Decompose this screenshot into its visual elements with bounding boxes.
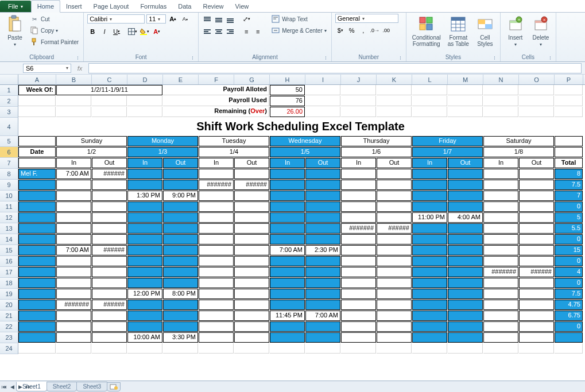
cell[interactable] xyxy=(483,245,518,255)
cell[interactable] xyxy=(163,300,198,310)
cell[interactable] xyxy=(18,180,56,190)
cell[interactable]: Out xyxy=(519,158,554,168)
row-header-19[interactable]: 19 xyxy=(0,289,18,300)
cell[interactable]: 7 xyxy=(555,191,583,201)
cell[interactable] xyxy=(199,212,234,223)
cell[interactable] xyxy=(483,201,518,212)
cell[interactable]: 1/8 xyxy=(483,147,554,157)
cell[interactable] xyxy=(234,169,269,179)
cell[interactable] xyxy=(234,267,269,277)
sheet-tab-3[interactable]: Sheet3 xyxy=(76,382,107,391)
cell[interactable] xyxy=(341,311,376,321)
cell[interactable] xyxy=(18,234,56,244)
cell[interactable] xyxy=(341,343,376,354)
cell[interactable] xyxy=(270,234,305,244)
cell[interactable] xyxy=(483,223,518,234)
cell[interactable] xyxy=(377,321,412,332)
col-header-K[interactable]: K xyxy=(377,75,412,84)
cell[interactable] xyxy=(305,300,340,310)
cell[interactable] xyxy=(483,289,518,299)
cell[interactable] xyxy=(483,278,518,288)
cell[interactable] xyxy=(341,234,376,244)
cell[interactable] xyxy=(412,245,447,255)
cell[interactable] xyxy=(163,234,198,244)
cell[interactable] xyxy=(18,332,56,343)
cell[interactable]: 6.75 xyxy=(555,311,583,321)
row-header-11[interactable]: 11 xyxy=(0,201,18,212)
cell[interactable] xyxy=(18,136,56,146)
cell[interactable] xyxy=(270,169,305,179)
cell[interactable] xyxy=(341,85,376,95)
cell[interactable] xyxy=(270,278,305,288)
tab-review[interactable]: Review xyxy=(197,1,229,12)
cell[interactable] xyxy=(18,321,56,332)
cell[interactable] xyxy=(92,201,127,212)
cell[interactable]: Payroll Alloted xyxy=(163,85,269,95)
row-header-24[interactable]: 24 xyxy=(0,343,18,354)
cell[interactable] xyxy=(56,321,91,332)
cell[interactable] xyxy=(519,180,554,190)
cell[interactable] xyxy=(483,321,518,332)
fill-color-button[interactable]: ▾ xyxy=(140,26,150,37)
cell[interactable]: Shift Work Scheduling Excel Template xyxy=(18,118,583,135)
col-header-G[interactable]: G xyxy=(234,75,270,84)
orientation-icon[interactable]: ⤢▾ xyxy=(241,14,251,24)
cell[interactable]: 15 xyxy=(555,245,583,255)
cell[interactable] xyxy=(377,256,412,266)
cell[interactable] xyxy=(448,278,483,288)
row-header-21[interactable]: 21 xyxy=(0,311,18,321)
cell[interactable]: 11:45 PM xyxy=(270,311,305,321)
cell[interactable]: Out xyxy=(92,158,127,168)
row-header-14[interactable]: 14 xyxy=(0,234,18,245)
paste-button[interactable]: Paste ▾ xyxy=(3,14,26,48)
cell[interactable] xyxy=(92,256,127,266)
cell[interactable] xyxy=(234,289,269,299)
col-header-L[interactable]: L xyxy=(412,75,448,84)
cell[interactable] xyxy=(377,107,412,117)
row-header-2[interactable]: 2 xyxy=(0,96,18,107)
last-sheet-icon[interactable]: ⏭ xyxy=(24,384,32,390)
cell[interactable] xyxy=(377,169,412,179)
cell[interactable] xyxy=(448,311,483,321)
cell[interactable] xyxy=(56,289,91,299)
cell[interactable] xyxy=(92,267,127,277)
name-box[interactable]: S6 xyxy=(23,64,71,73)
decrease-font-icon[interactable]: A▾ xyxy=(180,14,190,24)
cell[interactable]: 1/7 xyxy=(412,147,483,157)
cell[interactable]: Mel F. xyxy=(18,169,56,179)
cell[interactable] xyxy=(377,191,412,201)
cell[interactable] xyxy=(127,180,162,190)
cell[interactable] xyxy=(199,223,234,234)
percent-icon[interactable]: % xyxy=(347,25,357,36)
row-header-6[interactable]: 6 xyxy=(0,147,18,158)
cell[interactable]: 4 xyxy=(555,267,583,277)
cell[interactable] xyxy=(483,107,518,117)
cell[interactable] xyxy=(555,96,583,106)
font-size-combo[interactable]: 11 xyxy=(146,14,166,24)
decrease-indent-icon[interactable]: ≡ xyxy=(241,26,251,37)
cell[interactable] xyxy=(519,107,554,117)
cell[interactable]: In xyxy=(127,158,162,168)
cell[interactable] xyxy=(555,332,583,343)
cell[interactable]: 1/4 xyxy=(199,147,269,157)
delete-cells-button[interactable]: × Delete▾ xyxy=(529,14,552,48)
cell[interactable]: 50 xyxy=(270,85,305,95)
cell[interactable] xyxy=(56,343,91,354)
new-sheet-button[interactable] xyxy=(107,382,121,391)
cell[interactable] xyxy=(18,300,56,310)
cell[interactable] xyxy=(448,332,483,343)
cell[interactable]: 2:30 PM xyxy=(305,245,340,255)
cell[interactable] xyxy=(18,256,56,266)
cell[interactable] xyxy=(199,201,234,212)
row-header-16[interactable]: 16 xyxy=(0,256,18,267)
cell[interactable] xyxy=(234,201,269,212)
cell[interactable] xyxy=(305,332,340,343)
cell[interactable] xyxy=(199,245,234,255)
cell[interactable]: Friday xyxy=(412,136,483,146)
col-header-F[interactable]: F xyxy=(199,75,234,84)
row-header-5[interactable]: 5 xyxy=(0,136,18,147)
col-header-M[interactable]: M xyxy=(448,75,483,84)
decrease-decimal-icon[interactable]: .00 xyxy=(381,25,392,36)
row-header-9[interactable]: 9 xyxy=(0,180,18,191)
cell[interactable] xyxy=(412,332,447,343)
